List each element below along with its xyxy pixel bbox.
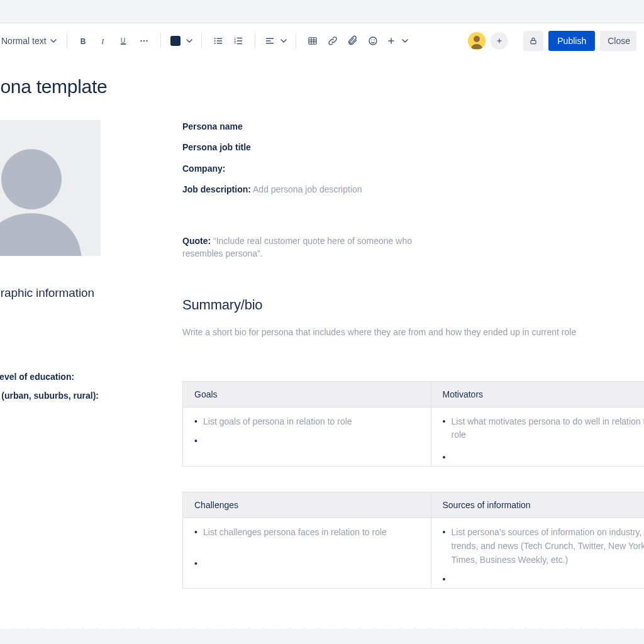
text-style-dropdown[interactable]: Normal text xyxy=(0,31,60,51)
svg-point-37 xyxy=(1,149,62,209)
app-chrome-top xyxy=(0,0,644,23)
bullet-list-button[interactable] xyxy=(208,31,228,51)
svg-point-6 xyxy=(146,40,147,42)
toolbar-separator xyxy=(201,33,202,48)
link-button[interactable] xyxy=(323,31,343,51)
goals-motivators-table[interactable]: Goals Motivators List goals of persona i… xyxy=(182,381,644,467)
emoji-button[interactable] xyxy=(363,31,383,51)
svg-point-7 xyxy=(214,38,215,39)
page-title[interactable]: Persona template xyxy=(0,76,644,97)
svg-point-29 xyxy=(374,40,375,41)
svg-point-4 xyxy=(140,40,142,42)
table-cell[interactable]: List goals of persona in relation to rol… xyxy=(183,407,431,466)
table-cell[interactable]: List what motivates persona to do well i… xyxy=(431,407,644,466)
document-body[interactable]: Persona template Demographic information… xyxy=(0,76,644,589)
svg-rect-20 xyxy=(266,40,271,42)
svg-rect-10 xyxy=(216,40,221,42)
svg-rect-8 xyxy=(216,38,221,40)
add-collaborator-button[interactable] xyxy=(491,32,508,50)
user-avatar[interactable] xyxy=(468,32,486,50)
list-item[interactable]: List what motivates persona to do well i… xyxy=(443,415,645,442)
summary-placeholder[interactable]: Write a short bio for persona that inclu… xyxy=(182,327,644,337)
svg-text:U: U xyxy=(120,36,125,44)
persona-avatar-placeholder[interactable] xyxy=(0,120,101,256)
list-item[interactable]: List challenges persona faces in relatio… xyxy=(194,526,419,540)
align-dropdown[interactable] xyxy=(278,31,289,51)
toolbar-separator xyxy=(296,33,296,48)
restrictions-button[interactable] xyxy=(523,31,543,51)
insert-button[interactable] xyxy=(383,31,399,51)
align-button[interactable] xyxy=(262,31,278,51)
svg-text:B: B xyxy=(80,37,86,46)
editor-toolbar: Normal text B I U xyxy=(0,23,644,58)
svg-point-33 xyxy=(474,36,480,42)
svg-rect-21 xyxy=(266,43,274,44)
svg-point-27 xyxy=(369,37,377,45)
svg-text:I: I xyxy=(101,37,104,46)
toolbar-separator xyxy=(255,33,255,48)
close-button[interactable]: Close xyxy=(600,31,636,51)
more-formatting-button[interactable] xyxy=(134,31,154,51)
numbered-list-button[interactable]: 123 xyxy=(228,31,248,51)
publish-button[interactable]: Publish xyxy=(548,31,595,51)
table-cell[interactable]: List challenges persona faces in relatio… xyxy=(183,518,431,589)
text-style-label: Normal text xyxy=(1,36,47,46)
table-header[interactable]: Goals xyxy=(183,381,431,407)
svg-rect-16 xyxy=(236,40,242,42)
table-header[interactable]: Motivators xyxy=(431,381,644,407)
table-button[interactable] xyxy=(303,31,323,51)
demographic-item[interactable]: Highest level of education: xyxy=(0,372,101,382)
table-row: List goals of persona in relation to rol… xyxy=(183,407,645,466)
table-header[interactable]: Sources of information xyxy=(431,492,644,518)
toolbar-separator xyxy=(160,33,161,48)
persona-company-field[interactable]: Company: xyxy=(182,162,644,175)
demographic-list[interactable]: Highest level of education: Location (ur… xyxy=(0,372,101,401)
svg-point-5 xyxy=(143,40,144,42)
insert-dropdown[interactable] xyxy=(399,31,411,51)
svg-point-28 xyxy=(371,40,372,41)
persona-jobtitle-field[interactable]: Persona job title xyxy=(182,141,644,153)
persona-jobdesc-field[interactable]: Job description: Add persona job descrip… xyxy=(182,183,644,196)
attachment-button[interactable] xyxy=(343,31,363,51)
svg-text:3: 3 xyxy=(234,42,236,45)
torn-edge-fill xyxy=(0,629,644,644)
table-header-row: Challenges Sources of information xyxy=(183,492,645,518)
list-item[interactable]: List goals of persona in relation to rol… xyxy=(194,415,419,429)
persona-name-field[interactable]: Persona name xyxy=(182,120,644,133)
bold-button[interactable]: B xyxy=(74,31,94,51)
svg-rect-36 xyxy=(531,40,536,43)
toolbar-separator xyxy=(67,33,67,48)
text-color-button[interactable] xyxy=(167,31,184,51)
svg-point-11 xyxy=(214,43,215,44)
challenges-sources-table[interactable]: Challenges Sources of information List c… xyxy=(182,492,644,589)
person-icon xyxy=(0,136,82,256)
svg-rect-22 xyxy=(309,38,316,45)
chevron-down-icon xyxy=(50,36,57,46)
table-row: List challenges persona faces in relatio… xyxy=(183,518,645,589)
svg-rect-12 xyxy=(216,43,221,44)
svg-rect-19 xyxy=(266,38,274,40)
svg-point-9 xyxy=(214,40,215,42)
summary-heading[interactable]: Summary/bio xyxy=(182,297,644,313)
underline-button[interactable]: U xyxy=(114,31,134,51)
color-swatch-icon xyxy=(170,36,180,46)
persona-quote-field[interactable]: Quote: “Include real customer quote here… xyxy=(182,235,428,260)
list-item[interactable]: List persona’s sources of information on… xyxy=(443,526,645,567)
demographic-item[interactable]: Location (urban, suburbs, rural): xyxy=(0,391,101,401)
table-cell[interactable]: List persona’s sources of information on… xyxy=(431,518,644,589)
svg-rect-14 xyxy=(236,38,242,39)
italic-button[interactable]: I xyxy=(94,31,114,51)
editor-surface: Normal text B I U xyxy=(0,23,644,644)
demographic-heading[interactable]: Demographic information xyxy=(0,286,101,300)
text-color-dropdown[interactable] xyxy=(184,31,195,51)
svg-rect-18 xyxy=(236,43,242,45)
table-header[interactable]: Challenges xyxy=(183,492,431,518)
table-header-row: Goals Motivators xyxy=(183,381,645,407)
